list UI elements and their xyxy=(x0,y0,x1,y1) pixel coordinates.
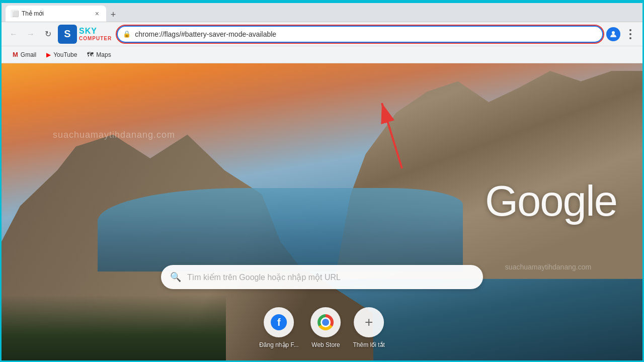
browser-frame: ⬜ Thẻ mới × + ← → ↻ S SKY COMPUTER 🔒 xyxy=(0,0,644,362)
tab-close-button[interactable]: × xyxy=(93,9,101,19)
main-content: suachuamaytihdanang.com suachuamaytihdan… xyxy=(2,63,642,360)
chrome-webstore-icon xyxy=(318,314,334,330)
shortcuts-row: f Đăng nhập F... Web Store + Thêm xyxy=(259,307,385,348)
background-landscape: suachuamaytihdanang.com suachuamaytihdan… xyxy=(2,63,642,360)
gmail-icon: M xyxy=(13,51,18,58)
search-icon: 🔍 xyxy=(170,272,181,283)
shortcut-webstore-label: Web Store xyxy=(311,341,340,348)
tab-title: Thẻ mới xyxy=(22,10,90,17)
search-bar[interactable]: 🔍 Tìm kiếm trên Google hoặc nhập một URL xyxy=(161,265,483,289)
vegetation xyxy=(2,295,226,360)
shortcut-add-circle: + xyxy=(354,307,384,337)
add-shortcut-icon: + xyxy=(365,314,373,330)
bookmark-maps[interactable]: 🗺 Maps xyxy=(83,49,115,60)
water xyxy=(98,188,463,271)
url-input[interactable] xyxy=(135,30,597,38)
gmail-label: Gmail xyxy=(21,51,36,58)
forward-button[interactable]: → xyxy=(24,27,38,41)
svg-text:⬜: ⬜ xyxy=(12,10,19,17)
search-bar-wrapper: 🔍 Tìm kiếm trên Google hoặc nhập một URL xyxy=(161,265,483,289)
tab-bar: ⬜ Thẻ mới × + xyxy=(2,3,642,22)
new-tab-button[interactable]: + xyxy=(106,8,120,22)
shortcut-webstore-circle xyxy=(311,307,341,337)
address-bar[interactable]: 🔒 xyxy=(117,26,603,43)
shortcut-webstore[interactable]: Web Store xyxy=(311,307,341,348)
maps-label: Maps xyxy=(96,51,111,58)
lock-icon: 🔒 xyxy=(123,30,131,38)
back-button[interactable]: ← xyxy=(7,27,21,41)
google-text: Google xyxy=(485,176,617,226)
shortcut-facebook[interactable]: f Đăng nhập F... xyxy=(259,307,298,348)
profile-button[interactable] xyxy=(606,27,620,41)
sky-logo-s: S xyxy=(64,28,70,40)
sky-text: SKY xyxy=(79,27,112,36)
shortcut-facebook-circle: f xyxy=(264,307,294,337)
maps-icon: 🗺 xyxy=(87,51,94,58)
bookmark-youtube[interactable]: ▶ YouTube xyxy=(42,49,81,60)
bookmarks-bar: M Gmail ▶ YouTube 🗺 Maps xyxy=(2,46,642,63)
youtube-icon: ▶ xyxy=(46,51,51,58)
shortcut-add[interactable]: + Thêm lối tắt xyxy=(353,307,385,348)
active-tab[interactable]: ⬜ Thẻ mới × xyxy=(6,6,106,22)
bookmark-gmail[interactable]: M Gmail xyxy=(9,49,40,60)
reload-button[interactable]: ↻ xyxy=(41,27,55,41)
computer-text: COMPUTER xyxy=(79,36,112,41)
svg-point-2 xyxy=(612,31,615,34)
tab-favicon: ⬜ xyxy=(11,10,19,18)
sky-logo-box: S xyxy=(58,25,77,44)
youtube-label: YouTube xyxy=(53,51,77,58)
sky-logo-text: SKY COMPUTER xyxy=(79,27,112,41)
shortcut-facebook-label: Đăng nhập F... xyxy=(259,341,298,348)
shortcut-add-label: Thêm lối tắt xyxy=(353,341,385,348)
chrome-menu-button[interactable] xyxy=(623,27,637,41)
search-placeholder-text: Tìm kiếm trên Google hoặc nhập một URL xyxy=(187,273,474,282)
facebook-icon: f xyxy=(271,314,287,330)
address-bar-row: ← → ↻ S SKY COMPUTER 🔒 xyxy=(2,22,642,46)
